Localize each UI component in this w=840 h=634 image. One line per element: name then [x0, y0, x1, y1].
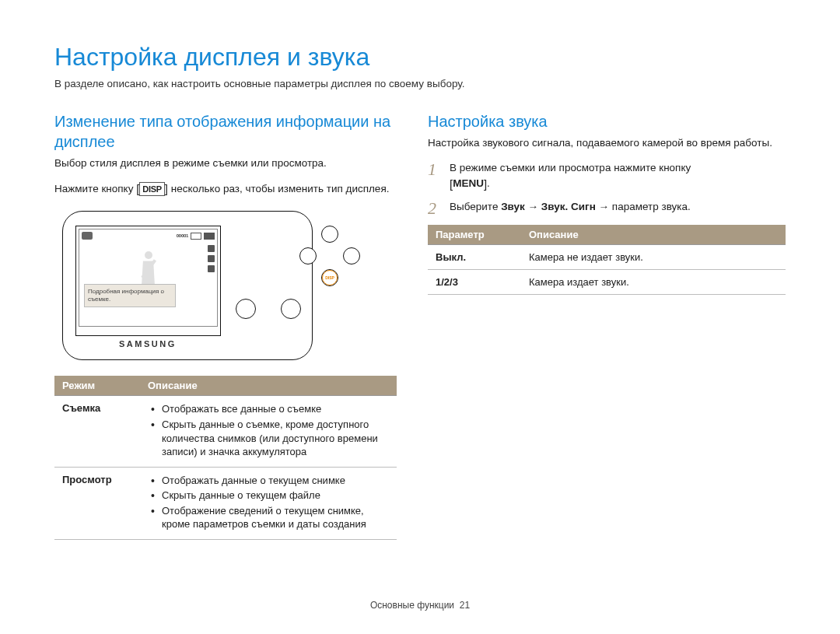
- side-icon-2: [208, 255, 215, 262]
- col-header-param: Параметр: [428, 225, 521, 245]
- instruction-prefix: Нажмите кнопку: [54, 183, 136, 194]
- col-header-mode: Режим: [54, 376, 140, 396]
- col-header-desc: Описание: [140, 376, 397, 396]
- step-post: → параметр звука.: [596, 201, 691, 212]
- bullet-item: Отображать все данные о съемке: [159, 402, 389, 416]
- screen-side-icons: [208, 245, 215, 272]
- right-column: Настройка звука Настройка звукового сигн…: [428, 111, 786, 540]
- camera-screen: 00001: [75, 226, 221, 336]
- sound-option-table: Параметр Описание Выкл. Камера не издает…: [428, 225, 786, 295]
- left-subtext: Выбор стиля дисплея в режиме съемки или …: [54, 156, 397, 170]
- mode-label: Просмотр: [54, 467, 140, 539]
- bullet-item: Скрыть данные о съемке, кроме доступного…: [159, 418, 389, 459]
- mode-desc: Отображать данные о текущем снимке Скрыт…: [140, 467, 397, 539]
- nav-right-button: [343, 247, 360, 264]
- menu-key: MENU: [453, 177, 484, 189]
- readout-counter: 00001: [177, 233, 188, 238]
- aux-button-1: [236, 299, 256, 319]
- disp-key: DISP: [139, 182, 164, 196]
- content-columns: Изменение типа отображения информации на…: [54, 111, 786, 540]
- nav-down-disp-button: DISP: [321, 269, 338, 286]
- param-label: 1/2/3: [428, 270, 521, 295]
- mode-desc: Отображать все данные о съемке Скрыть да…: [140, 396, 397, 467]
- bullet-item: Скрыть данные о текущем файле: [159, 489, 389, 503]
- table-row: Съемка Отображать все данные о съемке Ск…: [54, 396, 397, 467]
- footer-page: 21: [460, 600, 470, 611]
- camera-illustration: 00001: [62, 211, 313, 360]
- disp-button-ring: DISP: [322, 270, 338, 285]
- table-row: Просмотр Отображать данные о текущем сни…: [54, 467, 397, 539]
- disp-instruction: Нажмите кнопку [DISP] несколько раз, что…: [54, 181, 397, 197]
- left-heading: Изменение типа отображения информации на…: [54, 111, 397, 152]
- step-text: В режиме съемки или просмотра нажмите кн…: [450, 161, 691, 192]
- page-footer: Основные функции 21: [0, 600, 840, 611]
- brand-label: SAMSUNG: [119, 339, 177, 349]
- left-column: Изменение типа отображения информации на…: [54, 111, 397, 540]
- manual-page: Настройка дисплея и звука В разделе опис…: [0, 0, 840, 634]
- table-row: Выкл. Камера не издает звуки.: [428, 245, 786, 270]
- col-header-desc: Описание: [521, 225, 786, 245]
- screen-inner: 00001: [79, 229, 218, 327]
- param-label: Выкл.: [428, 245, 521, 270]
- step-2: 2 Выберите Звук → Звук. Сигн → параметр …: [428, 200, 786, 217]
- side-icon-3: [208, 265, 215, 272]
- footer-section: Основные функции: [370, 600, 454, 611]
- aux-button-2: [281, 299, 301, 319]
- nav-left-button: [299, 247, 317, 264]
- nav-up-button: [321, 226, 338, 243]
- screen-readout: 00001: [177, 233, 215, 240]
- display-mode-table: Режим Описание Съемка Отображать все дан…: [54, 376, 397, 539]
- right-subtext: Настройка звукового сигнала, подаваемого…: [428, 136, 786, 150]
- screen-tooltip: Подробная информация о съемке.: [84, 284, 176, 306]
- step-text: Выберите Звук → Звук. Сигн → параметр зв…: [450, 200, 691, 217]
- menu-path: Звук → Звук. Сигн: [501, 201, 596, 212]
- instruction-suffix: несколько раз, чтобы изменить тип диспле…: [168, 183, 389, 194]
- step-post: .: [487, 177, 490, 189]
- page-intro: В разделе описано, как настроить основны…: [54, 78, 786, 89]
- table-row: 1/2/3 Камера издает звуки.: [428, 270, 786, 295]
- aux-buttons: [236, 299, 301, 319]
- page-title: Настройка дисплея и звука: [54, 43, 786, 72]
- param-desc: Камера издает звуки.: [521, 270, 786, 295]
- step-pre: Выберите: [450, 201, 501, 212]
- screen-topbar: 00001: [82, 232, 215, 240]
- bullet-item: Отображение сведений о текущем снимке, к…: [159, 504, 389, 531]
- step-number: 2: [428, 200, 442, 217]
- battery-icon: [204, 233, 215, 240]
- memory-icon: [191, 233, 201, 240]
- camera-mode-icon: [82, 232, 93, 240]
- right-heading: Настройка звука: [428, 111, 786, 131]
- mode-label: Съемка: [54, 396, 140, 467]
- step-1: 1 В режиме съемки или просмотра нажмите …: [428, 161, 786, 192]
- side-icon-1: [208, 245, 215, 252]
- step-pre: В режиме съемки или просмотра нажмите кн…: [450, 162, 691, 173]
- step-number: 1: [428, 161, 442, 192]
- param-desc: Камера не издает звуки.: [521, 245, 786, 270]
- bullet-item: Отображать данные о текущем снимке: [159, 474, 389, 488]
